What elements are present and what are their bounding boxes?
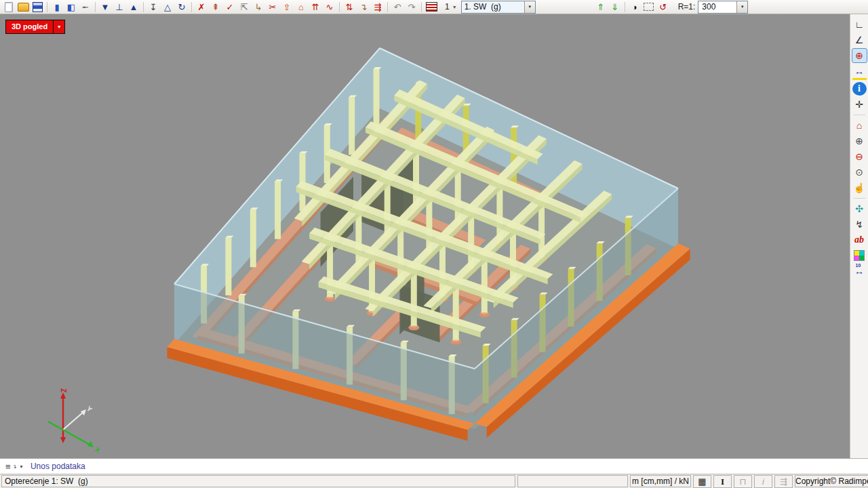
separator bbox=[47, 2, 47, 12]
pan-hand-icon[interactable]: ☝ bbox=[852, 181, 867, 195]
solid-view-icon[interactable]: ▮ bbox=[50, 1, 64, 13]
load-case-number[interactable]: 1 ▼ bbox=[445, 2, 457, 12]
import-level-icon[interactable]: ↧ bbox=[146, 1, 160, 13]
coord-axes-icon[interactable]: ∟ bbox=[852, 18, 867, 31]
regen-arrows-icon[interactable]: ✣ bbox=[852, 202, 867, 216]
angle-icon[interactable]: ∠ bbox=[852, 33, 867, 47]
confirm-icon[interactable]: ✓ bbox=[223, 1, 237, 13]
raise-entity-icon[interactable]: ⇞ bbox=[209, 1, 222, 13]
load-number-dropdown-icon[interactable]: ▼ bbox=[452, 5, 457, 9]
copyright-label: Copyright© Radimpex bbox=[795, 475, 868, 487]
delete-icon[interactable]: ✗ bbox=[195, 1, 208, 13]
text-icon[interactable]: ab bbox=[852, 233, 867, 247]
command-bar: ≡↴ ▼ Unos podataka bbox=[0, 458, 868, 474]
half-view-icon[interactable]: ◧ bbox=[64, 1, 78, 13]
viewport-3d[interactable]: 3D pogled ▼ Z Y X bbox=[0, 14, 850, 458]
model-3d-structure bbox=[0, 14, 850, 458]
axis-y-label: Y bbox=[85, 405, 94, 413]
cursor-toggle[interactable]: I bbox=[713, 475, 732, 488]
storey-icon[interactable]: ⌂ bbox=[294, 1, 308, 13]
axis-gizmo: Z Y X bbox=[46, 386, 107, 454]
command-dropdown-icon[interactable]: ▼ bbox=[19, 464, 24, 469]
polyline-icon[interactable]: ↯ bbox=[852, 218, 867, 231]
grid-toggle[interactable]: ▦ bbox=[693, 475, 711, 488]
scale-input[interactable]: 300 ▼ bbox=[698, 1, 748, 14]
load-case-select[interactable]: 1. SW (g) ▼ bbox=[461, 1, 536, 14]
snap-icon[interactable]: ⊕ bbox=[852, 49, 867, 62]
info-toggle[interactable]: i bbox=[754, 475, 772, 488]
copy-entity-icon[interactable]: ↳ bbox=[252, 1, 265, 13]
zoom-all-icon[interactable]: ⌂ bbox=[852, 119, 867, 132]
load-multi-icon[interactable]: ⇶ bbox=[371, 1, 384, 13]
separator bbox=[339, 2, 340, 12]
info-icon[interactable]: i bbox=[852, 82, 867, 96]
open-file-icon[interactable] bbox=[16, 1, 30, 13]
pan-move-icon[interactable]: ✛ bbox=[852, 98, 867, 111]
hatch-toggle[interactable]: ⇶ bbox=[774, 475, 793, 488]
cut-icon[interactable]: ✂ bbox=[266, 1, 279, 13]
section-line-icon[interactable]: ╾ bbox=[79, 1, 92, 13]
separator bbox=[854, 198, 865, 199]
load-table-icon[interactable] bbox=[425, 1, 438, 13]
view-mode-dropdown-icon[interactable]: ▼ bbox=[53, 20, 64, 33]
slab-view-icon[interactable]: ▼ bbox=[98, 1, 112, 13]
separator bbox=[854, 115, 865, 115]
zoom-out-icon[interactable]: ⊖ bbox=[852, 150, 867, 163]
command-prompt-text: Unos podataka bbox=[31, 462, 85, 471]
move-entity-icon[interactable]: ⇱ bbox=[237, 1, 251, 13]
load-case-number-value: 1 bbox=[445, 2, 450, 12]
separator bbox=[387, 2, 388, 12]
status-bar: Opterećenje 1: SW (g) m [cm,mm] / kN ▦I⊓… bbox=[0, 474, 868, 488]
axis-x-label: X bbox=[94, 445, 102, 454]
spline-icon[interactable]: ∿ bbox=[323, 1, 336, 13]
load-assign-icon[interactable]: ⇅ bbox=[342, 1, 356, 13]
view-mode-label: 3D pogled bbox=[6, 20, 53, 33]
load-copy-icon[interactable]: ↴ bbox=[357, 1, 370, 13]
zoom-in-icon[interactable]: ⊕ bbox=[852, 134, 867, 148]
status-toggles: ▦I⊓i⇶ bbox=[693, 475, 793, 487]
ortho-toggle[interactable]: ⊓ bbox=[734, 475, 752, 488]
screen-rotate-icon[interactable]: ↺ bbox=[656, 1, 670, 13]
cone-view-icon[interactable]: ▲ bbox=[127, 1, 140, 13]
application-window: ▮◧╾▼⊥▲↧△↻✗⇞✓⇱↳✂⇧⌂⇈∿⇅↴⇶↶↷ 1 ▼ 1. SW (g) ▼… bbox=[0, 0, 868, 488]
command-history-icon[interactable]: ≡↴ bbox=[5, 462, 19, 472]
support-view-icon[interactable]: ⊥ bbox=[113, 1, 126, 13]
save-file-icon[interactable] bbox=[31, 1, 44, 13]
separator bbox=[625, 2, 625, 12]
dim-style-icon[interactable]: ↔ bbox=[852, 264, 867, 278]
separator bbox=[191, 2, 192, 12]
dimension-icon[interactable]: ↔ bbox=[852, 64, 867, 80]
scale-value: 300 bbox=[698, 2, 736, 12]
rotate-view-icon[interactable]: ↻ bbox=[175, 1, 189, 13]
separator bbox=[95, 2, 96, 12]
status-message: Opterećenje 1: SW (g) bbox=[1, 475, 515, 487]
new-file-icon[interactable] bbox=[2, 1, 16, 13]
load-case-value: 1. SW (g) bbox=[462, 2, 524, 12]
palette-icon[interactable] bbox=[852, 249, 867, 262]
redo-icon[interactable]: ↷ bbox=[405, 1, 418, 13]
db-import-icon[interactable]: ⇑ bbox=[594, 1, 608, 13]
zoom-window-icon[interactable]: ⊙ bbox=[852, 165, 867, 179]
toolbar-icons-left: ▮◧╾▼⊥▲↧△↻✗⇞✓⇱↳✂⇧⌂⇈∿⇅↴⇶↶↷ bbox=[2, 1, 438, 13]
toolbar-icons-right: ⇑⇓◑↺ bbox=[594, 1, 670, 13]
status-empty-panel bbox=[517, 475, 628, 487]
scale-label: R=1: bbox=[678, 2, 696, 12]
load-case-dropdown-icon[interactable]: ▼ bbox=[524, 1, 535, 13]
main-toolbar: ▮◧╾▼⊥▲↧△↻✗⇞✓⇱↳✂⇧⌂⇈∿⇅↴⇶↶↷ 1 ▼ 1. SW (g) ▼… bbox=[0, 0, 868, 14]
db-export-icon[interactable]: ⇓ bbox=[608, 1, 622, 13]
side-toolbar: ∟∠⊕↔i✛⌂⊕⊖⊙☝✣↯ab↔ bbox=[850, 14, 868, 458]
contrast-icon[interactable]: ◑ bbox=[628, 1, 642, 13]
delta-icon[interactable]: △ bbox=[161, 1, 174, 13]
scale-dropdown-icon[interactable]: ▼ bbox=[736, 1, 747, 13]
separator bbox=[143, 2, 144, 12]
selection-icon[interactable] bbox=[642, 1, 656, 13]
extrude-icon[interactable]: ⇧ bbox=[280, 1, 294, 13]
axis-z-label: Z bbox=[60, 388, 67, 392]
undo-icon[interactable]: ↶ bbox=[391, 1, 404, 13]
multi-storey-icon[interactable]: ⇈ bbox=[309, 1, 322, 13]
units-indicator[interactable]: m [cm,mm] / kN bbox=[630, 475, 691, 487]
view-mode-button[interactable]: 3D pogled ▼ bbox=[5, 20, 65, 34]
separator bbox=[421, 2, 422, 12]
